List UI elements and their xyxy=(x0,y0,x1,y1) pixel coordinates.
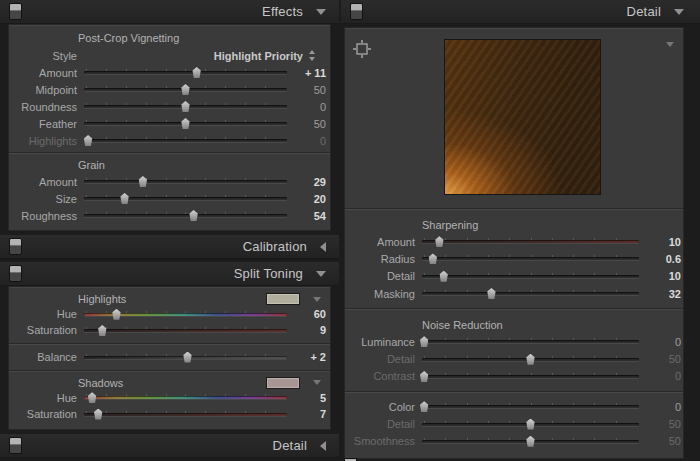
slider-track[interactable] xyxy=(84,391,287,404)
detail-panel-content: Sharpening Amount 10 Radius 0.6 Detail xyxy=(344,27,684,459)
slider-row-sharpen-radius: Radius 0.6 xyxy=(345,250,683,267)
highlights-color-swatch[interactable] xyxy=(266,293,300,305)
slider-track[interactable] xyxy=(422,370,639,383)
saturation-gradient-track xyxy=(84,329,287,332)
disclosure-triangle-icon[interactable] xyxy=(313,380,321,385)
slider-track-bar xyxy=(422,240,639,243)
slider-row-balance: Balance + 2 xyxy=(9,349,330,366)
panel-header-detail-left[interactable]: Detail xyxy=(0,434,339,458)
saturation-gradient-track xyxy=(84,413,287,416)
chevron-down-icon xyxy=(674,9,684,15)
slider-value: 0 xyxy=(287,135,326,147)
slider-track[interactable] xyxy=(422,400,639,413)
slider-track[interactable] xyxy=(84,192,287,205)
zoom-target-icon[interactable] xyxy=(352,39,372,59)
slider-track[interactable] xyxy=(84,83,287,96)
slider-label: Color xyxy=(349,401,415,413)
section-title-post-crop-vignetting: Post-Crop Vignetting xyxy=(78,30,330,46)
panel-header-detail[interactable]: Detail xyxy=(341,0,700,24)
split-toning-panel-content: Highlights Hue 60 Saturation 9 xyxy=(8,286,331,430)
panel-header-split-toning[interactable]: Split Toning xyxy=(0,262,339,286)
slider-label: Detail xyxy=(349,353,415,365)
slider-track-bar xyxy=(84,139,287,142)
slider-label: Highlights xyxy=(14,135,77,147)
slider-track[interactable] xyxy=(84,308,287,321)
panel-toggle-icon[interactable] xyxy=(9,265,22,282)
slider-label: Balance xyxy=(14,351,77,363)
slider-row-luminance: Luminance 0 xyxy=(345,333,683,350)
shadows-color-swatch[interactable] xyxy=(266,377,300,389)
slider-track-bar xyxy=(422,257,639,260)
slider-track[interactable] xyxy=(84,117,287,130)
panel-title: Split Toning xyxy=(234,266,303,281)
slider-track[interactable] xyxy=(84,408,287,421)
slider-track[interactable] xyxy=(422,270,639,283)
slider-track[interactable] xyxy=(84,324,287,337)
style-dropdown[interactable]: Highlight Priority xyxy=(214,50,303,62)
slider-label: Amount xyxy=(349,236,415,248)
slider-track[interactable] xyxy=(84,209,287,222)
right-panel-column: Detail Sharpening Amount xyxy=(341,0,700,459)
slider-track[interactable] xyxy=(84,351,287,364)
popup-arrows-icon[interactable] xyxy=(308,50,316,61)
panel-toggle-icon[interactable] xyxy=(9,437,22,454)
slider-value: + 2 xyxy=(287,351,326,363)
panel-toggle-icon[interactable] xyxy=(350,3,363,20)
slider-row-grain-roughness: Roughness 54 xyxy=(9,207,330,224)
slider-value: 10 xyxy=(639,270,681,282)
slider-track-bar xyxy=(84,180,287,183)
slider-track[interactable] xyxy=(84,100,287,113)
slider-row-roundness: Roundness 0 xyxy=(9,98,330,115)
highlights-section-header: Highlights xyxy=(9,292,330,306)
slider-track[interactable] xyxy=(84,175,287,188)
slider-track[interactable] xyxy=(422,252,639,265)
slider-label: Luminance xyxy=(349,336,415,348)
sharpen-preview-image[interactable] xyxy=(444,39,601,195)
slider-row-color: Color 0 xyxy=(345,398,683,415)
section-divider xyxy=(345,308,683,310)
slider-track[interactable] xyxy=(422,435,639,448)
slider-label: Roundness xyxy=(14,101,77,113)
detail-preview-area xyxy=(345,28,683,205)
slider-value: 0 xyxy=(287,101,326,113)
slider-row-feather: Feather 50 xyxy=(9,115,330,132)
section-divider xyxy=(9,152,330,154)
panel-toggle-icon[interactable] xyxy=(9,3,22,20)
panel-header-calibration[interactable]: Calibration xyxy=(0,235,339,259)
slider-value: 5 xyxy=(287,392,326,404)
slider-label: Masking xyxy=(349,288,415,300)
panel-title: Calibration xyxy=(243,239,307,254)
chevron-left-icon xyxy=(320,242,326,252)
style-label: Style xyxy=(14,50,77,62)
panel-title: Effects xyxy=(262,4,303,19)
panel-title: Detail xyxy=(627,4,661,19)
slider-track[interactable] xyxy=(422,287,639,300)
slider-track[interactable] xyxy=(84,134,287,147)
slider-label: Hue xyxy=(14,308,77,320)
slider-label: Amount xyxy=(14,67,77,79)
slider-track[interactable] xyxy=(84,66,287,79)
slider-label: Contrast xyxy=(349,370,415,382)
section-title-grain: Grain xyxy=(78,157,330,173)
slider-label: Radius xyxy=(349,253,415,265)
slider-track-bar xyxy=(422,340,639,343)
slider-label: Detail xyxy=(349,418,415,430)
panel-toggle-icon[interactable] xyxy=(9,238,22,255)
develop-panels: Effects Post-Crop Vignetting Style Highl… xyxy=(0,0,700,461)
slider-value: 50 xyxy=(639,435,681,447)
slider-label: Feather xyxy=(14,118,77,130)
slider-track[interactable] xyxy=(422,353,639,366)
slider-track-bar xyxy=(422,375,639,378)
slider-value: 54 xyxy=(287,210,326,222)
slider-track[interactable] xyxy=(422,335,639,348)
slider-track[interactable] xyxy=(422,418,639,431)
slider-label: Amount xyxy=(14,176,77,188)
disclosure-triangle-icon[interactable] xyxy=(313,297,321,302)
slider-row-highlights-saturation: Saturation 9 xyxy=(9,322,330,338)
slider-track[interactable] xyxy=(422,235,639,248)
panel-header-effects[interactable]: Effects xyxy=(0,0,339,24)
slider-label: Smoothness xyxy=(349,435,415,447)
disclosure-triangle-icon[interactable] xyxy=(666,42,674,47)
slider-row-highlights-hue: Hue 60 xyxy=(9,306,330,322)
slider-row-shadows-hue: Hue 5 xyxy=(9,390,330,406)
